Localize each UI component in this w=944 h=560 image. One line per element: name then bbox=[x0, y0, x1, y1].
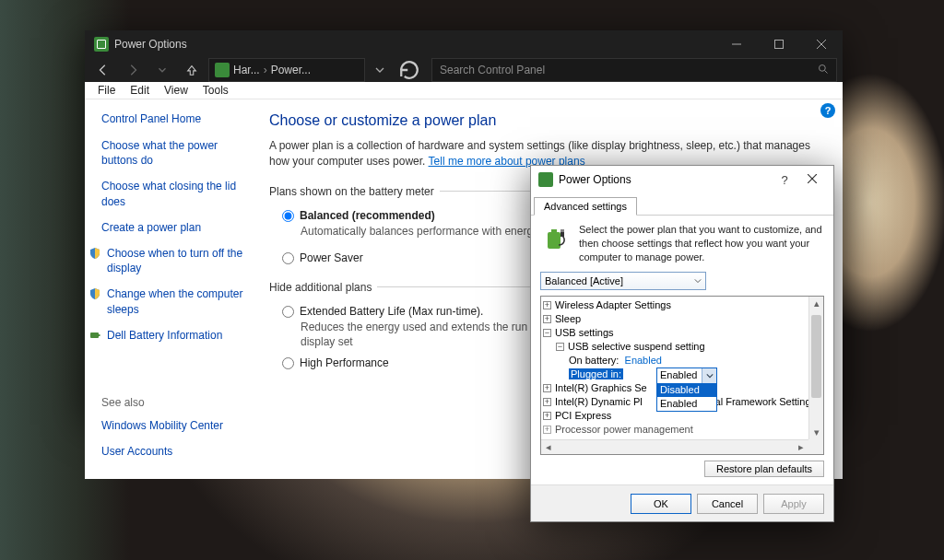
vertical-scrollbar[interactable]: ▴ ▾ bbox=[808, 297, 823, 439]
collapse-icon[interactable]: − bbox=[543, 329, 551, 337]
address-bar[interactable]: Har... › Power... bbox=[208, 58, 365, 82]
shield-icon bbox=[88, 247, 101, 260]
svg-rect-1 bbox=[775, 41, 784, 49]
menu-view[interactable]: View bbox=[157, 82, 195, 99]
scroll-thumb[interactable] bbox=[811, 315, 821, 398]
svg-rect-10 bbox=[548, 232, 560, 249]
plan-powersaver-radio[interactable] bbox=[282, 252, 294, 264]
sidebar-link-create-plan[interactable]: Create a power plan bbox=[101, 220, 243, 235]
svg-rect-11 bbox=[551, 229, 557, 232]
dialog-tabs: Advanced settings bbox=[531, 193, 833, 216]
sidebar-home-link[interactable]: Control Panel Home bbox=[101, 112, 243, 125]
chevron-down-icon bbox=[694, 275, 702, 286]
tree-value-on-battery[interactable]: Enabled bbox=[625, 355, 662, 366]
expand-icon[interactable]: + bbox=[543, 315, 551, 323]
menu-bar: File Edit View Tools bbox=[85, 82, 843, 99]
back-button[interactable] bbox=[90, 58, 116, 82]
help-icon[interactable]: ? bbox=[820, 103, 835, 118]
scroll-up-button[interactable]: ▴ bbox=[809, 297, 823, 311]
svg-rect-7 bbox=[99, 334, 100, 336]
sidebar-link-display-off[interactable]: Choose when to turn off the display bbox=[107, 246, 243, 275]
settings-tree[interactable]: +Wireless Adapter Settings +Sleep −USB s… bbox=[540, 296, 824, 455]
plan-powersaver-label: Power Saver bbox=[300, 251, 363, 264]
menu-tools[interactable]: Tools bbox=[195, 82, 236, 99]
forward-button[interactable] bbox=[120, 58, 146, 82]
sidebar-link-dell-battery[interactable]: Dell Battery Information bbox=[107, 328, 222, 343]
tree-label-on-battery: On battery: bbox=[569, 355, 619, 366]
minimize-button[interactable] bbox=[715, 30, 758, 58]
collapse-icon[interactable]: − bbox=[556, 343, 564, 351]
menu-edit[interactable]: Edit bbox=[123, 82, 157, 99]
expand-icon[interactable]: + bbox=[543, 398, 551, 406]
shield-icon bbox=[88, 287, 101, 300]
power-options-dialog: Power Options ? Advanced settings Select… bbox=[530, 165, 834, 522]
sidebar-link-sleep[interactable]: Change when the computer sleeps bbox=[107, 286, 243, 316]
battery-plug-icon bbox=[540, 223, 572, 254]
tree-node-pci-express[interactable]: PCI Express bbox=[555, 410, 611, 421]
sidebar-link-power-buttons[interactable]: Choose what the power buttons do bbox=[101, 138, 243, 168]
power-icon bbox=[538, 172, 553, 187]
help-button[interactable]: ? bbox=[771, 173, 798, 187]
close-button[interactable] bbox=[800, 30, 843, 58]
group-legend: Hide additional plans bbox=[269, 281, 377, 294]
svg-line-5 bbox=[825, 70, 828, 73]
plan-highperf-radio[interactable] bbox=[282, 357, 294, 369]
plan-balanced-radio[interactable] bbox=[282, 210, 294, 222]
navigation-bar: Har... › Power... Search Control Panel bbox=[85, 58, 843, 82]
sidebar-link-mobility-center[interactable]: Windows Mobility Center bbox=[101, 418, 243, 433]
plugged-in-dropdown[interactable]: Enabled Disabled Enabled bbox=[656, 368, 717, 412]
search-input[interactable]: Search Control Panel bbox=[431, 58, 837, 82]
expand-icon[interactable]: + bbox=[543, 301, 551, 309]
expand-icon[interactable]: + bbox=[543, 384, 551, 392]
power-icon bbox=[215, 63, 230, 77]
plan-extended-radio[interactable] bbox=[282, 306, 294, 318]
maximize-button[interactable] bbox=[758, 30, 800, 58]
power-icon bbox=[94, 37, 109, 52]
address-history-button[interactable] bbox=[369, 58, 391, 82]
tab-advanced-settings[interactable]: Advanced settings bbox=[534, 197, 637, 216]
titlebar[interactable]: Power Options bbox=[85, 30, 843, 58]
page-heading: Choose or customize a power plan bbox=[269, 112, 824, 129]
window-title: Power Options bbox=[114, 38, 715, 51]
scroll-right-button[interactable]: ▸ bbox=[794, 440, 808, 454]
sidebar-link-user-accounts[interactable]: User Accounts bbox=[101, 444, 243, 459]
plan-select[interactable]: Balanced [Active] bbox=[540, 272, 706, 290]
plan-highperf-label: High Performance bbox=[300, 356, 389, 369]
dropdown-option-enabled[interactable]: Enabled bbox=[657, 397, 716, 411]
horizontal-scrollbar[interactable]: ◂ ▸ bbox=[541, 439, 808, 454]
tree-node-wireless[interactable]: Wireless Adapter Settings bbox=[555, 299, 671, 310]
dialog-title: Power Options bbox=[559, 173, 771, 186]
ok-button[interactable]: OK bbox=[631, 494, 691, 514]
restore-defaults-button[interactable]: Restore plan defaults bbox=[704, 461, 824, 477]
tree-node-usb-suspend[interactable]: USB selective suspend setting bbox=[568, 341, 705, 352]
sidebar-link-lid[interactable]: Choose what closing the lid does bbox=[101, 179, 243, 208]
up-button[interactable] bbox=[179, 58, 205, 82]
search-placeholder: Search Control Panel bbox=[440, 64, 545, 76]
refresh-button[interactable] bbox=[396, 58, 422, 82]
scroll-left-button[interactable]: ◂ bbox=[541, 440, 556, 454]
recent-locations-button[interactable] bbox=[149, 58, 175, 82]
plan-balanced-label: Balanced (recommended) bbox=[300, 209, 435, 222]
sidebar: Control Panel Home Choose what the power… bbox=[85, 99, 251, 479]
chevron-down-icon[interactable] bbox=[702, 368, 716, 383]
dialog-titlebar[interactable]: Power Options ? bbox=[531, 166, 833, 193]
expand-icon[interactable]: + bbox=[543, 412, 551, 420]
dropdown-current-value: Enabled bbox=[657, 368, 702, 382]
tree-label-plugged-in: Plugged in: bbox=[569, 368, 623, 379]
dialog-button-row: OK Cancel Apply bbox=[531, 484, 833, 521]
tree-node-intel-dynamic[interactable]: Intel(R) Dynamic Pl bbox=[555, 396, 643, 407]
expand-icon[interactable]: + bbox=[543, 426, 551, 434]
apply-button[interactable]: Apply bbox=[763, 494, 824, 514]
scroll-down-button[interactable]: ▾ bbox=[809, 425, 823, 439]
tree-node-intel-graphics[interactable]: Intel(R) Graphics Se bbox=[555, 382, 647, 393]
breadcrumb-item[interactable]: Power... bbox=[271, 64, 311, 76]
tree-node-usb[interactable]: USB settings bbox=[555, 327, 614, 338]
tree-node-processor[interactable]: Processor power management bbox=[555, 424, 693, 435]
tree-node-sleep[interactable]: Sleep bbox=[555, 313, 581, 324]
search-icon bbox=[818, 64, 829, 77]
dropdown-option-disabled[interactable]: Disabled bbox=[657, 383, 716, 397]
menu-file[interactable]: File bbox=[90, 82, 123, 99]
breadcrumb-item[interactable]: Har... bbox=[233, 64, 260, 76]
cancel-button[interactable]: Cancel bbox=[697, 494, 758, 514]
close-button[interactable] bbox=[798, 174, 826, 185]
